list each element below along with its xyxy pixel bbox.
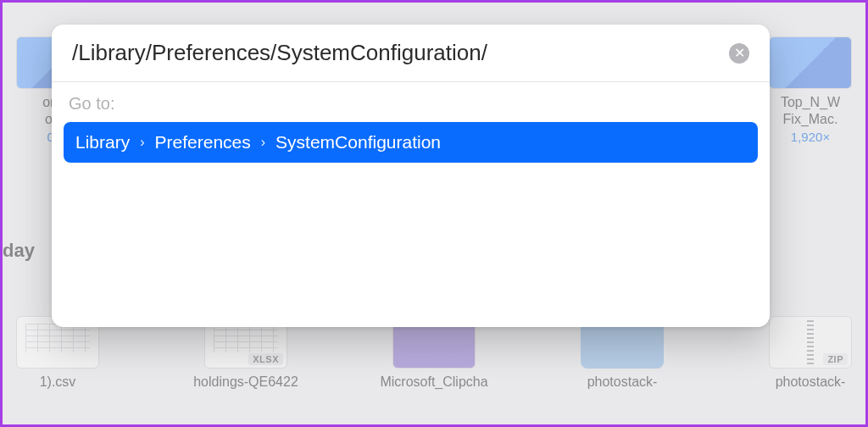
- file-name: photostack-: [776, 374, 846, 391]
- file-item[interactable]: XLSX holdings-QE6422: [165, 316, 326, 391]
- file-name: holdings-QE6422: [193, 374, 298, 391]
- file-item[interactable]: 1).csv: [0, 316, 138, 391]
- file-item[interactable]: ZIP photostack-: [730, 316, 868, 391]
- file-name: photostack-: [587, 374, 658, 391]
- file-type-badge: ZIP: [823, 353, 848, 365]
- file-thumbnail-zip: ZIP: [769, 316, 852, 369]
- breadcrumb-segment: Library: [75, 132, 130, 152]
- breadcrumb-segment: Preferences: [155, 132, 251, 152]
- file-name: Top_N_W Fix_Mac.: [781, 94, 840, 128]
- clear-input-button[interactable]: ✕: [729, 43, 749, 64]
- path-input-row: ✕: [52, 25, 770, 82]
- file-item[interactable]: photostack-: [542, 316, 703, 391]
- file-name: Microsoft_Clipcha: [380, 374, 487, 391]
- file-dimensions: 1,920×: [791, 130, 830, 144]
- go-to-folder-sheet: ✕ Go to: Library › Preferences › SystemC…: [52, 25, 770, 327]
- close-icon: ✕: [734, 47, 745, 60]
- file-item[interactable]: Microsoft_Clipcha: [353, 316, 515, 391]
- file-thumbnail-image: [769, 36, 852, 89]
- file-type-badge: XLSX: [248, 353, 283, 365]
- chevron-right-icon: ›: [256, 135, 270, 150]
- chevron-right-icon: ›: [135, 135, 149, 150]
- file-name: 1).csv: [40, 374, 76, 391]
- section-header: day: [3, 240, 35, 262]
- path-suggestion-row[interactable]: Library › Preferences › SystemConfigurat…: [64, 122, 758, 163]
- go-to-hint-label: Go to:: [64, 94, 758, 122]
- path-input[interactable]: [72, 40, 729, 66]
- breadcrumb-segment: SystemConfiguration: [275, 132, 441, 152]
